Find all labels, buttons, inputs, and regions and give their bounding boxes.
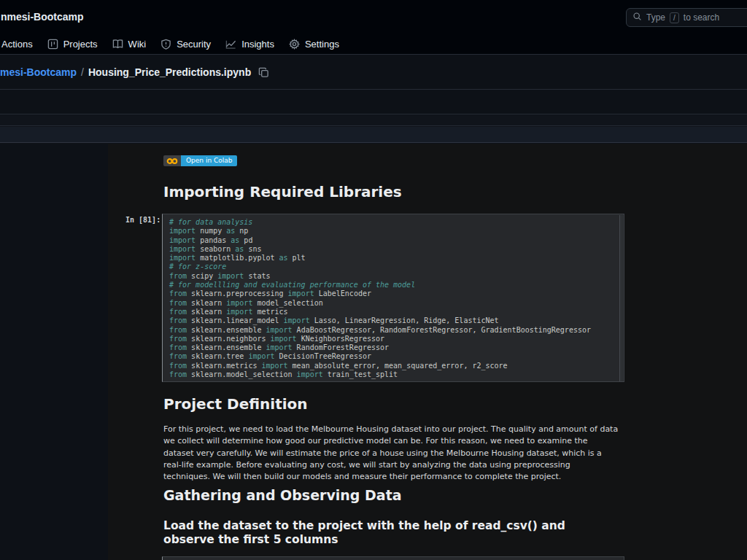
book-icon [112, 39, 123, 50]
code-cell[interactable]: # for data analysisimport numpy as npimp… [162, 214, 624, 382]
tab-insights[interactable]: Insights [225, 39, 274, 50]
code-line: from sklearn.tree import DecisionTreeReg… [169, 352, 614, 361]
code-line: from scipy import stats [169, 272, 614, 281]
tab-security[interactable]: Security [160, 39, 211, 50]
code-line: from sklearn.ensemble import AdaBoostReg… [169, 326, 614, 335]
heading-importing-libraries: Importing Required Libraries [163, 183, 402, 201]
breadcrumb-repo-link[interactable]: mesi-Bootcamp [0, 66, 77, 78]
tab-settings-label: Settings [305, 39, 339, 50]
tab-insights-label: Insights [241, 39, 274, 50]
code-line: # for modellling and evaluating performa… [169, 281, 614, 289]
tab-security-label: Security [177, 39, 211, 50]
tab-projects-label: Projects [63, 39, 98, 50]
heading-gathering-data: Gathering and Observing Data [163, 487, 402, 503]
code-line: from sklearn.neighbors import KNeighbors… [169, 335, 614, 343]
colab-badge-label: Open in Colab [181, 155, 237, 166]
slash-keycap: / [670, 12, 679, 23]
search-icon [632, 12, 642, 23]
github-header: nmesi-Bootcamp Type / to search Actions … [0, 0, 747, 55]
tab-actions[interactable]: Actions [1, 39, 33, 50]
cell-input-prompt: In [81]: [125, 216, 159, 224]
heading-project-definition: Project Definition [163, 395, 308, 413]
code-line: from sklearn.preprocessing import LabelE… [169, 289, 614, 298]
tab-wiki[interactable]: Wiki [112, 39, 147, 50]
code-lines: # for data analysisimport numpy as npimp… [169, 218, 614, 379]
shield-icon [160, 39, 171, 50]
code-line: from sklearn.model_selection import trai… [169, 370, 614, 379]
code-cell-scrollbar[interactable] [619, 215, 623, 382]
code-line: import matplotlib.pyplot as plt [169, 254, 614, 262]
notebook-render-panel: Open in Colab Importing Required Librari… [108, 144, 747, 560]
repo-title[interactable]: nmesi-Bootcamp [1, 11, 84, 23]
code-line: # for data analysis [169, 218, 614, 227]
next-code-cell-edge [162, 556, 624, 560]
subheading-load-dataset: Load the dataset to the project with the… [163, 519, 607, 547]
gear-icon [289, 39, 300, 50]
github-notebook-page: { "header": { "repo_title": "nmesi-Bootc… [0, 0, 747, 560]
code-line: from sklearn import metrics [169, 308, 614, 316]
open-in-colab-badge[interactable]: Open in Colab [163, 155, 237, 166]
toolbar-band-lower [0, 127, 747, 143]
code-line: from sklearn.linear_model import Lasso, … [169, 316, 614, 325]
breadcrumb-separator: / [81, 66, 84, 78]
toolbar-band-upper [0, 115, 747, 126]
breadcrumb: mesi-Bootcamp / Housing_Price_Prediction… [0, 55, 747, 90]
main-content-area: Open in Colab Importing Required Librari… [0, 144, 747, 560]
code-line: import pandas as pd [169, 236, 614, 245]
tab-actions-label: Actions [1, 39, 33, 50]
tab-settings[interactable]: Settings [289, 39, 339, 50]
code-line: # for z-score [169, 262, 614, 271]
breadcrumb-file-name: Housing_Price_Predictions.ipynb [88, 66, 251, 78]
code-line: from sklearn.ensemble import RandomFores… [169, 343, 614, 352]
projects-icon [47, 39, 58, 50]
search-input[interactable]: Type / to search [626, 8, 747, 27]
tab-wiki-label: Wiki [128, 39, 147, 50]
code-line: from sklearn import model_selection [169, 299, 614, 308]
code-line: import seaborn as sns [169, 245, 614, 254]
graph-icon [225, 39, 236, 50]
search-placeholder-prefix: Type [646, 12, 665, 23]
tab-projects[interactable]: Projects [47, 39, 98, 50]
colab-logo-icon [163, 155, 181, 166]
search-placeholder-suffix: to search [684, 12, 719, 23]
code-line: import numpy as np [169, 227, 614, 236]
repo-nav: Actions Projects Wiki Security Insights [1, 34, 339, 54]
file-header-band [0, 90, 747, 114]
project-definition-paragraph: For this project, we need to load the Me… [163, 424, 619, 483]
code-line: from sklearn.metrics import mean_absolut… [169, 362, 614, 370]
copy-path-button[interactable] [258, 67, 269, 78]
